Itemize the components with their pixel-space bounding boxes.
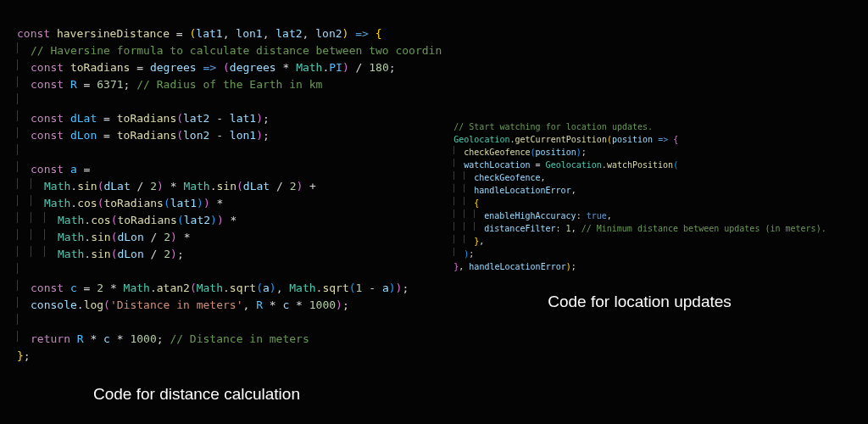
left-code: const haversineDistance = (lat1, lon1, l… xyxy=(17,25,442,365)
right-code-block: // Start watching for location updates.G… xyxy=(442,25,868,273)
left-column: const haversineDistance = (lat1, lon1, l… xyxy=(0,25,442,424)
right-column: // Start watching for location updates.G… xyxy=(442,25,868,424)
page-root: const haversineDistance = (lat1, lon1, l… xyxy=(0,0,868,424)
left-code-block: const haversineDistance = (lat1, lon1, l… xyxy=(0,25,442,365)
right-caption: Code for location updates xyxy=(442,273,868,311)
left-caption: Code for distance calculation xyxy=(0,365,442,404)
right-code: // Start watching for location updates.G… xyxy=(453,120,868,273)
